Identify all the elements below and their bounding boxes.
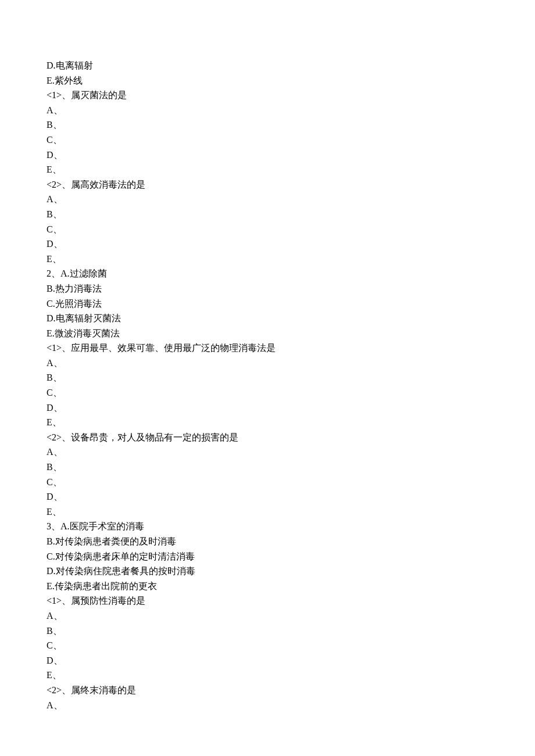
text-line: E、: [47, 415, 488, 430]
text-line: C、: [47, 475, 488, 490]
text-line: C、: [47, 638, 488, 653]
text-line: E、: [47, 668, 488, 683]
text-line: D、: [47, 148, 488, 163]
text-line: E.微波消毒灭菌法: [47, 326, 488, 341]
text-line: D、: [47, 237, 488, 252]
text-line: D、: [47, 653, 488, 668]
text-line: A、: [47, 356, 488, 371]
text-line: C、: [47, 132, 488, 148]
text-line: <2>、设备昂贵，对人及物品有一定的损害的是: [47, 430, 488, 445]
text-line: D.电离辐射: [47, 58, 488, 73]
text-line: B、: [47, 207, 488, 222]
text-line: A、: [47, 445, 488, 460]
text-line: C、: [47, 222, 488, 237]
text-line: <1>、属灭菌法的是: [47, 88, 488, 103]
text-line: C、: [47, 385, 488, 400]
text-line: <2>、属高效消毒法的是: [47, 177, 488, 192]
text-line: B.对传染病患者粪便的及时消毒: [47, 534, 488, 549]
text-line: <1>、应用最早、效果可靠、使用最广泛的物理消毒法是: [47, 341, 488, 356]
text-line: A、: [47, 192, 488, 207]
text-line: <1>、属预防性消毒的是: [47, 593, 488, 608]
text-line: C.对传染病患者床单的定时清洁消毒: [47, 549, 488, 564]
text-line: E.传染病患者出院前的更衣: [47, 579, 488, 594]
text-line: B、: [47, 370, 488, 385]
text-line: D、: [47, 400, 488, 415]
text-line: A、: [47, 608, 488, 624]
text-line: D.对传染病住院患者餐具的按时消毒: [47, 564, 488, 579]
text-line: <2>、属终末消毒的是: [47, 683, 488, 698]
text-line: D、: [47, 489, 488, 504]
text-line: A、: [47, 103, 488, 118]
text-line: E、: [47, 252, 488, 267]
text-line: B、: [47, 624, 488, 639]
text-line: B.热力消毒法: [47, 281, 488, 296]
text-line: E.紫外线: [47, 73, 488, 88]
text-line: 2、A.过滤除菌: [47, 266, 488, 281]
text-line: B、: [47, 460, 488, 475]
text-line: 3、A.医院手术室的消毒: [47, 519, 488, 534]
text-line: A、: [47, 698, 488, 713]
text-line: C.光照消毒法: [47, 296, 488, 311]
text-line: D.电离辐射灭菌法: [47, 311, 488, 326]
document-page: D.电离辐射 E.紫外线 <1>、属灭菌法的是 A、 B、 C、 D、 E、 <…: [0, 0, 535, 756]
text-line: B、: [47, 117, 488, 132]
text-line: E、: [47, 162, 488, 177]
text-line: E、: [47, 504, 488, 519]
